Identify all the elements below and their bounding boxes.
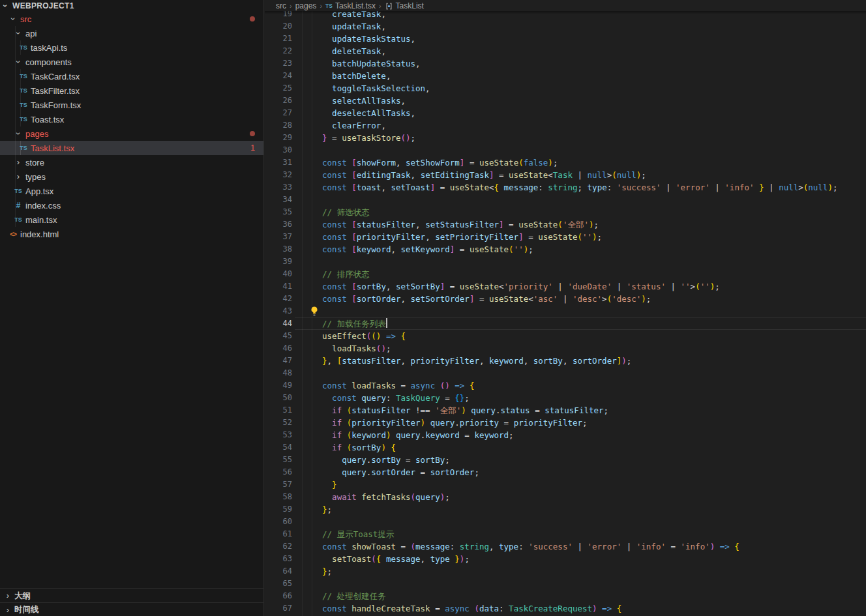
- tree-item-label: api: [25, 29, 37, 38]
- code-line-36[interactable]: 36 const [statusFilter, setStatusFilter]…: [265, 218, 866, 231]
- code-text: setToast({ message, type });: [312, 553, 470, 565]
- tree-item-pages[interactable]: ›pages: [0, 126, 263, 141]
- code-line-50[interactable]: 50 const query: TaskQuery = {};: [265, 392, 866, 404]
- tree-item-store[interactable]: ›store: [0, 155, 263, 169]
- timeline-panel-header[interactable]: › 时间线: [0, 602, 263, 616]
- tree-item-label: index.html: [20, 229, 59, 239]
- code-text: selectAllTasks,: [312, 95, 406, 107]
- code-line-57[interactable]: 57 }: [265, 478, 866, 491]
- line-number: 52: [265, 417, 292, 429]
- tree-item-label: pages: [25, 129, 48, 139]
- line-number: 46: [265, 342, 292, 355]
- root-folder-label: WEBPROJECT1: [12, 1, 74, 10]
- code-line-31[interactable]: 31 const [showForm, setShowForm] = useSt…: [265, 156, 866, 169]
- code-line-20[interactable]: 20 updateTask,: [265, 20, 866, 33]
- code-line-37[interactable]: 37 const [priorityFilter, setPriorityFil…: [265, 231, 866, 243]
- tree-item-tasklist-tsx[interactable]: TSTaskList.tsx1: [0, 141, 263, 155]
- tree-item-taskcard-tsx[interactable]: TSTaskCard.tsx: [0, 69, 263, 83]
- code-line-48[interactable]: 48: [265, 367, 866, 379]
- line-number: 25: [265, 82, 292, 95]
- tree-item-app-tsx[interactable]: TSApp.tsx: [0, 184, 263, 198]
- code-line-42[interactable]: 42 const [sortOrder, setSortOrder] = use…: [265, 293, 866, 305]
- tree-item-taskform-tsx[interactable]: TSTaskForm.tsx: [0, 98, 263, 112]
- code-line-24[interactable]: 24 batchDelete,: [265, 70, 866, 82]
- code-line-23[interactable]: 23 batchUpdateStatus,: [265, 57, 866, 70]
- code-line-33[interactable]: 33 const [toast, setToast] = useState<{ …: [265, 181, 866, 194]
- error-dot-badge: [250, 16, 255, 22]
- code-line-58[interactable]: 58 await fetchTasks(query);: [265, 491, 866, 503]
- tree-item-api[interactable]: ›api: [0, 26, 263, 40]
- code-line-25[interactable]: 25 toggleTaskSelection,: [265, 82, 866, 95]
- tree-item-toast-tsx[interactable]: TSToast.tsx: [0, 112, 263, 126]
- tree-item-taskfilter-tsx[interactable]: TSTaskFilter.tsx: [0, 83, 263, 98]
- code-line-54[interactable]: 54 if (sortBy) {: [265, 441, 866, 454]
- code-line-38[interactable]: 38 const [keyword, setKeyword] = useStat…: [265, 243, 866, 256]
- code-line-26[interactable]: 26 selectAllTasks,: [265, 95, 866, 107]
- code-line-44[interactable]: 44 // 加载任务列表: [265, 317, 866, 330]
- line-number: 64: [265, 565, 292, 578]
- code-text: // 处理创建任务: [312, 590, 386, 602]
- tree-item-components[interactable]: ›components: [0, 55, 263, 69]
- code-line-40[interactable]: 40 // 排序状态: [265, 268, 866, 280]
- code-line-60[interactable]: 60: [265, 516, 866, 528]
- code-line-39[interactable]: 39: [265, 256, 866, 268]
- breadcrumb-item-src[interactable]: src: [276, 1, 286, 10]
- line-number: 29: [265, 132, 292, 144]
- code-line-21[interactable]: 21 updateTaskStatus,: [265, 33, 866, 45]
- code-line-47[interactable]: 47 }, [statusFilter, priorityFilter, key…: [265, 355, 866, 367]
- tree-item-taskapi-ts[interactable]: TStaskApi.ts: [0, 40, 263, 55]
- code-line-63[interactable]: 63 setToast({ message, type });: [265, 553, 866, 565]
- code-line-43[interactable]: 43: [265, 305, 866, 317]
- code-line-56[interactable]: 56 query.sortOrder = sortOrder;: [265, 466, 866, 478]
- code-line-62[interactable]: 62 const showToast = (message: string, t…: [265, 540, 866, 553]
- html-file-icon: <>: [8, 231, 18, 238]
- code-line-28[interactable]: 28 clearError,: [265, 119, 866, 132]
- code-line-51[interactable]: 51 if (statusFilter !== '全部') query.stat…: [265, 404, 866, 417]
- line-number: 26: [265, 95, 292, 107]
- lightbulb-icon[interactable]: [310, 306, 318, 319]
- code-text: // 排序状态: [312, 268, 370, 280]
- line-number: 50: [265, 392, 292, 404]
- line-number: 27: [265, 107, 292, 119]
- code-line-29[interactable]: 29 } = useTaskStore();: [265, 132, 866, 144]
- code-line-45[interactable]: 45 useEffect(() => {: [265, 330, 866, 342]
- code-line-22[interactable]: 22 deleteTask,: [265, 45, 866, 57]
- code-line-27[interactable]: 27 deselectAllTasks,: [265, 107, 866, 119]
- code-area[interactable]: 19 createTask,20 updateTask,21 updateTas…: [265, 8, 866, 615]
- code-line-67[interactable]: 67 const handleCreateTask = async (data:…: [265, 602, 866, 615]
- tree-item-types[interactable]: ›types: [0, 169, 263, 184]
- code-line-41[interactable]: 41 const [sortBy, setSortBy] = useState<…: [265, 280, 866, 293]
- tree-item-src[interactable]: ›src: [0, 12, 263, 26]
- code-line-30[interactable]: 30: [265, 144, 866, 156]
- tree-item-index-html[interactable]: <>index.html: [0, 227, 263, 241]
- breadcrumb-item-symbol[interactable]: TaskList: [396, 1, 424, 10]
- explorer-root-folder[interactable]: › WEBPROJECT1: [0, 0, 263, 12]
- code-text: deleteTask,: [312, 45, 386, 57]
- line-number: 30: [265, 144, 292, 156]
- breadcrumb-item-pages[interactable]: pages: [295, 1, 317, 10]
- code-line-64[interactable]: 64 };: [265, 565, 866, 578]
- line-number: 37: [265, 231, 292, 243]
- tree-item-label: TaskCard.tsx: [31, 72, 80, 81]
- code-viewport[interactable]: 19 createTask,20 updateTask,21 updateTas…: [265, 0, 866, 616]
- tree-item-main-tsx[interactable]: TSmain.tsx: [0, 213, 263, 227]
- breadcrumb-item-file[interactable]: TaskList.tsx: [335, 1, 376, 10]
- code-line-52[interactable]: 52 if (priorityFilter) query.priority = …: [265, 417, 866, 429]
- tree-item-index-css[interactable]: #index.css: [0, 198, 263, 213]
- code-line-32[interactable]: 32 const [editingTask, setEditingTask] =…: [265, 169, 866, 181]
- code-line-53[interactable]: 53 if (keyword) query.keyword = keyword;: [265, 429, 866, 441]
- code-line-59[interactable]: 59 };: [265, 503, 866, 516]
- code-line-34[interactable]: 34: [265, 194, 866, 206]
- code-text: const [editingTask, setEditingTask] = us…: [312, 169, 646, 181]
- tree-item-label: App.tsx: [25, 186, 53, 196]
- code-line-46[interactable]: 46 loadTasks();: [265, 342, 866, 355]
- code-line-66[interactable]: 66 // 处理创建任务: [265, 590, 866, 602]
- ts-file-icon: TS: [325, 3, 333, 9]
- code-line-35[interactable]: 35 // 筛选状态: [265, 206, 866, 218]
- code-line-61[interactable]: 61 // 显示Toast提示: [265, 528, 866, 540]
- code-line-55[interactable]: 55 query.sortBy = sortBy;: [265, 454, 866, 466]
- code-line-49[interactable]: 49 const loadTasks = async () => {: [265, 379, 866, 392]
- code-line-65[interactable]: 65: [265, 578, 866, 590]
- outline-panel-header[interactable]: › 大纲: [0, 588, 263, 603]
- line-number: 57: [265, 478, 292, 491]
